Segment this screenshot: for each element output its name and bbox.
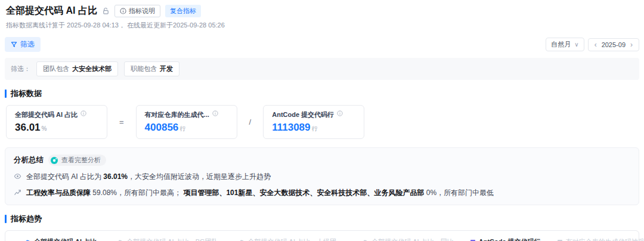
trend-icon <box>14 189 21 196</box>
info-icon <box>120 8 126 14</box>
chevron-down-icon: ∨ <box>574 41 578 48</box>
analysis-text: ，大安全均值附近波动，近期呈逐步上升趋势 <box>128 172 271 181</box>
page-title: 全部提交代码 AI 占比 <box>6 5 97 17</box>
analysis-line: 工程效率与品质保障 59.08%，所有部门中最高； 项目管理部、101新星、安全… <box>14 188 630 198</box>
metric-card-ai-lines[interactable]: 有对应仓库的生成代... 400856行 <box>136 105 237 139</box>
unlock-icon <box>102 7 110 15</box>
legend-label: AntCode 提交代码行 <box>479 237 541 241</box>
metric-data-section-header: 指标数据 <box>5 88 639 99</box>
active-filters-label: 筛选： <box>11 64 30 73</box>
active-filters-bar: 筛选： 团队包含 大安全技术部 职能包含 开发 <box>5 58 639 80</box>
metric-card-total-lines[interactable]: AntCode 提交代码行 1113089行 <box>263 105 364 139</box>
view-full-analysis-button[interactable]: 查看完整分析 <box>48 155 106 166</box>
divide-operator: / <box>249 118 252 126</box>
next-period-button[interactable]: › <box>629 41 634 49</box>
update-time-subtitle: 指标数据离线计算于 2025-09-28 04:13， 在线最近更新于2025-… <box>5 21 639 30</box>
analysis-text: 全部提交代码 AI 占比为 <box>26 172 103 181</box>
info-icon <box>337 110 343 116</box>
analysis-title: 分析总结 <box>14 155 44 165</box>
prev-period-button[interactable]: ‹ <box>593 41 598 49</box>
info-icon <box>212 110 218 116</box>
metric-card-unit: % <box>42 125 47 132</box>
info-icon <box>80 110 86 116</box>
metric-info-button[interactable]: 指标说明 <box>114 5 160 17</box>
filter-chip-field: 职能包含 <box>131 64 157 73</box>
metric-card-value: 36.01 <box>15 122 41 133</box>
trend-title: 指标趋势 <box>11 214 42 224</box>
filter-chip-role[interactable]: 职能包含 开发 <box>124 61 179 76</box>
analysis-highlight: 项目管理部、101新星、安全大数据技术、安全科技技术部、业务风险产品部 <box>183 189 424 197</box>
section-accent-bar <box>5 89 7 98</box>
view-full-analysis-label: 查看完整分析 <box>61 156 101 165</box>
metric-card-unit: 行 <box>312 125 318 132</box>
granularity-select[interactable]: 自然月 ∨ <box>546 38 584 51</box>
metric-card-title: 有对应仓库的生成代... <box>145 110 209 119</box>
toolbar: 筛选 自然月 ∨ ‹ 2025-09 › <box>5 37 639 52</box>
trend-section-header: 指标趋势 <box>5 214 639 224</box>
legend-item-ai-ratio[interactable]: 全部提交代码 AI 占比 <box>21 237 97 241</box>
eye-icon <box>14 172 21 180</box>
metric-detail-page: 全部提交代码 AI 占比 指标说明 复合指标 指标数据离线计算于 2025-09… <box>0 0 644 241</box>
legend-item-parent-team[interactable]: 全部提交代码 AI 占比—上级团... <box>235 237 342 241</box>
filter-chip-field: 团队包含 <box>43 64 69 73</box>
legend-label: 全部提交代码 AI 占比 <box>34 237 97 241</box>
metric-data-title: 指标数据 <box>11 88 42 99</box>
metric-cards-row: 全部提交代码 AI 占比 36.01% = 有对应仓库的生成代... 40085… <box>6 105 639 139</box>
page-header: 全部提交代码 AI 占比 指标说明 复合指标 <box>5 5 639 17</box>
analysis-text: 0%，所有部门中最低 <box>424 189 494 197</box>
legend-label: 全部提交代码 AI 占比—上级团... <box>248 237 342 241</box>
legend-label: 有对应仓库的生成代码被采纳行 <box>566 237 644 241</box>
metric-card-ratio[interactable]: 全部提交代码 AI 占比 36.01% <box>6 105 107 139</box>
trend-chart-panel: 全部提交代码 AI 占比 全部提交代码 AI 占比—BG团队 全部提交代码 AI… <box>5 230 639 241</box>
section-accent-bar <box>5 215 7 223</box>
period-controls: 自然月 ∨ ‹ 2025-09 › <box>546 38 639 51</box>
period-navigator: ‹ 2025-09 › <box>588 38 639 51</box>
metric-card-value[interactable]: 400856 <box>145 122 179 133</box>
filter-chip-team[interactable]: 团队包含 大安全技术部 <box>36 61 118 76</box>
legend-item-accepted-lines[interactable]: 有对应仓库的生成代码被采纳行 <box>558 237 644 241</box>
metric-card-value[interactable]: 1113089 <box>272 122 310 133</box>
filter-chip-value: 开发 <box>160 64 173 73</box>
analysis-highlight: 工程效率与品质保障 <box>26 189 91 197</box>
chart-legend: 全部提交代码 AI 占比 全部提交代码 AI 占比—BG团队 全部提交代码 AI… <box>13 236 631 241</box>
metric-card-title: AntCode 提交代码行 <box>272 110 334 119</box>
ai-analysis-icon <box>50 156 58 165</box>
legend-label: 全部提交代码 AI 占比—BG团队 <box>126 237 218 241</box>
period-value: 2025-09 <box>602 41 626 48</box>
composite-metric-badge: 复合指标 <box>165 5 201 17</box>
granularity-value: 自然月 <box>551 40 571 49</box>
equals-operator: = <box>119 118 124 126</box>
legend-item-yoy[interactable]: 全部提交代码 AI 占比—同比 <box>358 237 454 241</box>
filter-button-label: 筛选 <box>20 39 35 50</box>
metric-card-unit: 行 <box>179 125 185 132</box>
filter-chip-value: 大安全技术部 <box>72 64 112 73</box>
analysis-line: 全部提交代码 AI 占比为 36.01%，大安全均值附近波动，近期呈逐步上升趋势 <box>14 172 630 182</box>
metric-info-label: 指标说明 <box>129 7 155 16</box>
legend-item-antcode-lines[interactable]: AntCode 提交代码行 <box>470 237 541 241</box>
filter-button[interactable]: 筛选 <box>5 37 41 52</box>
analysis-highlight: 36.01% <box>103 172 128 181</box>
legend-label: 全部提交代码 AI 占比—同比 <box>371 237 454 241</box>
legend-item-bg-team[interactable]: 全部提交代码 AI 占比—BG团队 <box>113 237 218 241</box>
metric-card-title: 全部提交代码 AI 占比 <box>15 110 78 119</box>
analysis-text: 59.08%，所有部门中最高； <box>91 189 183 197</box>
funnel-icon <box>11 41 17 48</box>
analysis-summary-panel: 分析总结 查看完整分析 全部提交代码 AI 占比为 36.01%，大安全均值附近… <box>5 147 639 205</box>
